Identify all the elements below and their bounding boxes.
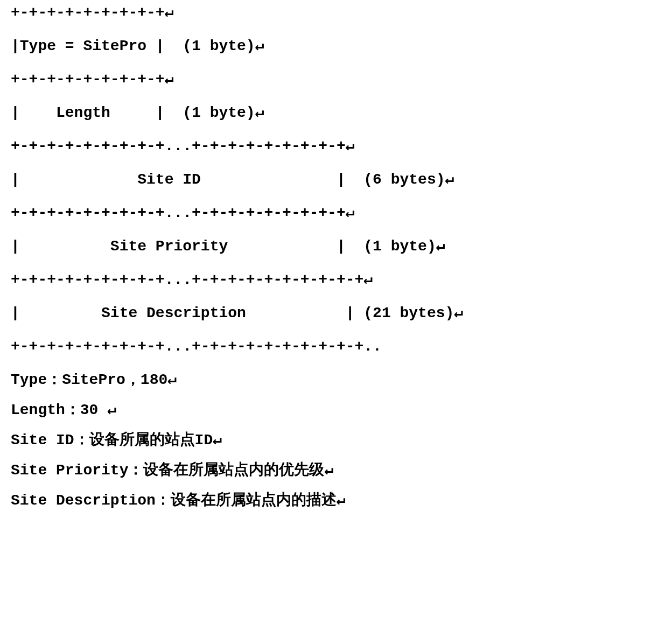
ascii-row-8: | Site Priority | (1 byte)↵ <box>11 239 661 254</box>
ascii-row-10: | Site Description | (21 bytes)↵ <box>11 306 661 321</box>
ascii-row-7: +-+-+-+-+-+-+-+-+...+-+-+-+-+-+-+-+-+↵ <box>11 206 661 221</box>
ascii-row-4: | Length | (1 byte)↵ <box>11 106 661 121</box>
desc-site-description: Site Description：设备在所属站点内的描述↵ <box>11 493 661 508</box>
desc-site-id: Site ID：设备所属的站点ID↵ <box>11 433 661 448</box>
ascii-row-5: +-+-+-+-+-+-+-+-+...+-+-+-+-+-+-+-+-+↵ <box>11 139 661 154</box>
desc-site-priority: Site Priority：设备在所属站点内的优先级↵ <box>11 463 661 478</box>
desc-type: Type：SitePro，180↵ <box>11 373 661 388</box>
ascii-row-11: +-+-+-+-+-+-+-+-+...+-+-+-+-+-+-+-+-+-+.… <box>11 339 661 354</box>
ascii-row-9: +-+-+-+-+-+-+-+-+...+-+-+-+-+-+-+-+-+-+↵ <box>11 272 661 288</box>
ascii-row-2: |Type = SitePro | (1 byte)↵ <box>11 39 661 54</box>
ascii-row-3: +-+-+-+-+-+-+-+-+↵ <box>11 72 661 87</box>
ascii-row-1: +-+-+-+-+-+-+-+-+↵ <box>11 5 661 20</box>
ascii-row-6: | Site ID | (6 bytes)↵ <box>11 172 661 187</box>
desc-length: Length：30 ↵ <box>11 403 661 418</box>
